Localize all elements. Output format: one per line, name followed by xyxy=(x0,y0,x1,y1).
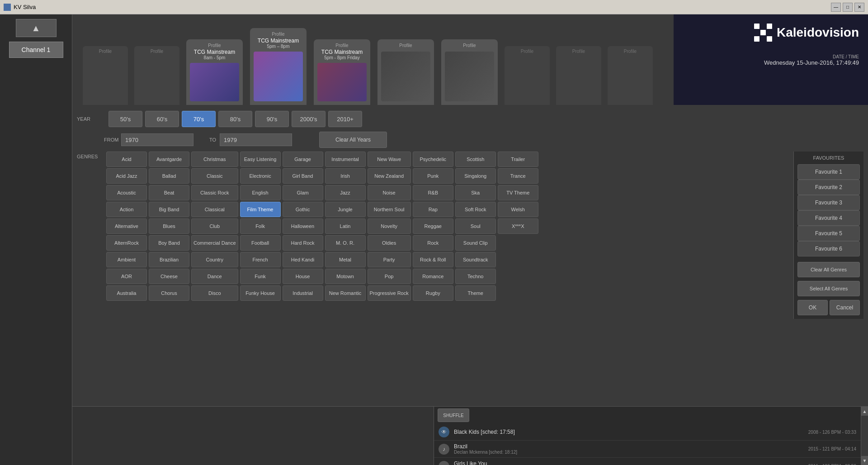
genre-button-soft-rock[interactable]: Soft Rock xyxy=(455,202,496,217)
clear-all-genres-button[interactable]: Clear All Genres xyxy=(797,262,860,277)
genre-button-cheese[interactable]: Cheese xyxy=(149,269,189,284)
playlist-item[interactable]: ♪BrazilDeclan Mckenna [sched: 18:12]2015… xyxy=(434,441,861,458)
genre-button-classic[interactable]: Classic xyxy=(191,168,238,184)
genre-button-australia[interactable]: Australia xyxy=(106,285,147,301)
genre-button-hed-kandi[interactable]: Hed Kandi xyxy=(283,252,323,267)
genre-button-hard-rock[interactable]: Hard Rock xyxy=(283,235,323,251)
genre-button-motown[interactable]: Motown xyxy=(325,269,366,284)
profile-card-bg[interactable]: Profile xyxy=(134,46,179,105)
minimize-button[interactable]: — xyxy=(831,3,841,12)
genre-button-easy-listening[interactable]: Easy Listening xyxy=(240,152,281,167)
genre-button-sound-clip[interactable]: Sound Clip xyxy=(455,235,496,251)
clear-years-button[interactable]: Clear All Years xyxy=(319,132,387,148)
genre-button-glam[interactable]: Glam xyxy=(283,185,323,200)
genre-button-scottish[interactable]: Scottish xyxy=(455,152,496,167)
genre-button-industrial[interactable]: Industrial xyxy=(283,285,323,301)
cancel-button[interactable]: Cancel xyxy=(830,300,860,315)
genre-button-tv-theme[interactable]: TV Theme xyxy=(498,185,538,200)
genre-button-rap[interactable]: Rap xyxy=(413,202,453,217)
favourite-button-1[interactable]: Favourite 1 xyxy=(797,164,860,180)
profile-card-2[interactable]: ProfileTCG Mainstream5pm - 8pm Friday xyxy=(314,39,370,105)
close-button[interactable]: ✕ xyxy=(854,3,864,12)
playlist-item[interactable]: ♪Girls Like YouNaked & Famous [sched: 18… xyxy=(434,458,861,465)
year-button-2010[interactable]: 2010+ xyxy=(328,111,362,127)
genre-button-rock--roll[interactable]: Rock & Roll xyxy=(413,252,453,267)
genre-button-party[interactable]: Party xyxy=(368,252,411,267)
genre-button-acid[interactable]: Acid xyxy=(106,152,147,167)
genre-button-ambient[interactable]: Ambient xyxy=(106,252,147,267)
profile-card-right-bg[interactable]: Profile xyxy=(505,46,550,105)
genre-button-trance[interactable]: Trance xyxy=(498,168,538,184)
favourite-button-5[interactable]: Favourite 5 xyxy=(797,226,860,241)
year-button-2000s[interactable]: 2000's xyxy=(292,111,326,127)
genre-button-new-wave[interactable]: New Wave xyxy=(368,152,411,167)
genre-button-commercial-dance[interactable]: Commercial Dance xyxy=(191,235,238,251)
favourite-button-2[interactable]: Favourite 2 xyxy=(797,180,860,195)
genre-button-northern-soul[interactable]: Northern Soul xyxy=(368,202,411,217)
playlist-item[interactable]: 👁Black Kids [sched: 17:58]2008 - 126 BPM… xyxy=(434,424,861,441)
genre-button-alternrock[interactable]: AlternRock xyxy=(106,235,147,251)
genre-button-psychedelic[interactable]: Psychedelic xyxy=(413,152,453,167)
genre-button-m-o-r[interactable]: M. O. R. xyxy=(325,235,366,251)
genre-button-funk[interactable]: Funk xyxy=(240,269,281,284)
genre-button-classic-rock[interactable]: Classic Rock xyxy=(191,185,238,200)
select-all-genres-button[interactable]: Select All Genres xyxy=(797,281,860,296)
favourite-button-3[interactable]: Favourite 3 xyxy=(797,195,860,210)
genre-button-oldies[interactable]: Oldies xyxy=(368,235,411,251)
genre-button-rugby[interactable]: Rugby xyxy=(413,285,453,301)
genre-button-romance[interactable]: Romance xyxy=(413,269,453,284)
genre-button-chorus[interactable]: Chorus xyxy=(149,285,189,301)
genre-button-jazz[interactable]: Jazz xyxy=(325,185,366,200)
genre-button-acid-jazz[interactable]: Acid Jazz xyxy=(106,168,147,184)
genre-button-country[interactable]: Country xyxy=(191,252,238,267)
genre-button-new-zealand[interactable]: New Zealand xyxy=(368,168,411,184)
playlist-scrollbar[interactable]: ▲ ▼ xyxy=(861,407,868,465)
genre-button-latin[interactable]: Latin xyxy=(325,218,366,234)
genre-button-gothic[interactable]: Gothic xyxy=(283,202,323,217)
profile-card-1[interactable]: ProfileTCG Mainstream5pm – 8pm xyxy=(250,28,307,105)
genre-button-alternative[interactable]: Alternative xyxy=(106,218,147,234)
favourite-button-4[interactable]: Favourite 4 xyxy=(797,210,860,226)
profile-card-4[interactable]: Profile xyxy=(441,39,498,105)
year-button-50s[interactable]: 50's xyxy=(108,111,142,127)
genre-button-singalong[interactable]: Singalong xyxy=(455,168,496,184)
up-button[interactable]: ▲ xyxy=(16,19,57,37)
genre-button-film-theme[interactable]: Film Theme xyxy=(240,202,281,217)
genre-button-progressive-rock[interactable]: Progressive Rock xyxy=(368,285,411,301)
genre-button-novelty[interactable]: Novelty xyxy=(368,218,411,234)
genre-button-electronic[interactable]: Electronic xyxy=(240,168,281,184)
genre-button-irish[interactable]: Irish xyxy=(325,168,366,184)
genre-button-jungle[interactable]: Jungle xyxy=(325,202,366,217)
year-button-60s[interactable]: 60's xyxy=(145,111,179,127)
profile-card-0[interactable]: ProfileTCG Mainstream8am - 5pm xyxy=(186,39,243,105)
genre-button-ska[interactable]: Ska xyxy=(455,185,496,200)
genre-button-punk[interactable]: Punk xyxy=(413,168,453,184)
genre-button-christmas[interactable]: Christmas xyxy=(191,152,238,167)
genre-button-halloween[interactable]: Halloween xyxy=(283,218,323,234)
genre-button-disco[interactable]: Disco xyxy=(191,285,238,301)
favourite-button-6[interactable]: Favourite 6 xyxy=(797,241,860,256)
genre-button-funky-house[interactable]: Funky House xyxy=(240,285,281,301)
genre-button-blues[interactable]: Blues xyxy=(149,218,189,234)
year-button-70s[interactable]: 70's xyxy=(182,111,216,127)
genre-button-garage[interactable]: Garage xyxy=(283,152,323,167)
genre-button-techno[interactable]: Techno xyxy=(455,269,496,284)
genre-button-action[interactable]: Action xyxy=(106,202,147,217)
genre-button-girl-band[interactable]: Girl Band xyxy=(283,168,323,184)
genre-button-noise[interactable]: Noise xyxy=(368,185,411,200)
genre-button-reggae[interactable]: Reggae xyxy=(413,218,453,234)
profile-card-bg[interactable]: Profile xyxy=(83,46,128,105)
genre-button-boy-band[interactable]: Boy Band xyxy=(149,235,189,251)
genre-button-classical[interactable]: Classical xyxy=(191,202,238,217)
genre-button-beat[interactable]: Beat xyxy=(149,185,189,200)
genre-button-welsh[interactable]: Welsh xyxy=(498,202,538,217)
maximize-button[interactable]: □ xyxy=(843,3,853,12)
genre-button-metal[interactable]: Metal xyxy=(325,252,366,267)
genre-button-soul[interactable]: Soul xyxy=(455,218,496,234)
genre-button-xx[interactable]: X***X xyxy=(498,218,538,234)
scroll-down-arrow[interactable]: ▼ xyxy=(861,456,868,465)
genre-button-acoustic[interactable]: Acoustic xyxy=(106,185,147,200)
from-input[interactable] xyxy=(121,133,193,146)
channel-button[interactable]: Channel 1 xyxy=(9,42,63,58)
shuffle-button[interactable]: SHUFFLE xyxy=(438,408,469,422)
